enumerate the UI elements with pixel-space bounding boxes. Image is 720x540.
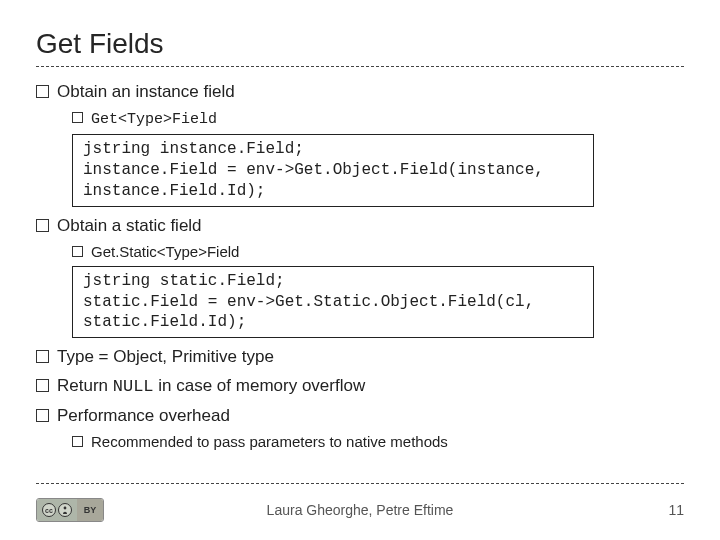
bullet-text: Type = Object, Primitive type [57,347,274,366]
subbullet-text: Get<Type>Field [91,111,217,128]
checkbox-icon [72,246,83,257]
checkbox-icon [72,436,83,447]
bullet-return-null: Return NULL in case of memory overflow [36,375,684,399]
footer-authors: Laura Gheorghe, Petre Eftime [0,502,720,518]
bullet-text: Obtain an instance field [57,82,235,101]
bullet-obtain-static: Obtain a static field [36,215,684,238]
slide-title: Get Fields [36,28,684,60]
subbullet-gettype: Get<Type>Field [72,108,684,130]
bullet-text: Performance overhead [57,406,230,425]
bullet-obtain-instance: Obtain an instance field [36,81,684,104]
subbullet-getstatic: Get.Static<Type>Field [72,242,684,262]
bullet-text-pre: Return [57,376,113,395]
slide-content: Obtain an instance field Get<Type>Field … [36,81,684,452]
checkbox-icon [36,350,49,363]
bullet-type: Type = Object, Primitive type [36,346,684,369]
bullet-text-post: in case of memory overflow [154,376,366,395]
bullet-text-mono: NULL [113,377,154,396]
slide: Get Fields Obtain an instance field Get<… [0,0,720,452]
subbullet-recommended: Recommended to pass parameters to native… [72,432,684,452]
code-block-static: jstring static.Field; static.Field = env… [72,266,594,338]
subbullet-text: Get.Static<Type>Field [91,243,239,260]
checkbox-icon [36,85,49,98]
checkbox-icon [72,112,83,123]
slide-footer: cc BY Laura Gheorghe, Petre Eftime 11 [0,498,720,522]
title-divider [36,66,684,67]
checkbox-icon [36,379,49,392]
bullet-performance: Performance overhead [36,405,684,428]
bullet-text: Obtain a static field [57,216,202,235]
checkbox-icon [36,409,49,422]
subbullet-text: Recommended to pass parameters to native… [91,433,448,450]
code-block-instance: jstring instance.Field; instance.Field =… [72,134,594,206]
footer-divider [36,483,684,484]
checkbox-icon [36,219,49,232]
